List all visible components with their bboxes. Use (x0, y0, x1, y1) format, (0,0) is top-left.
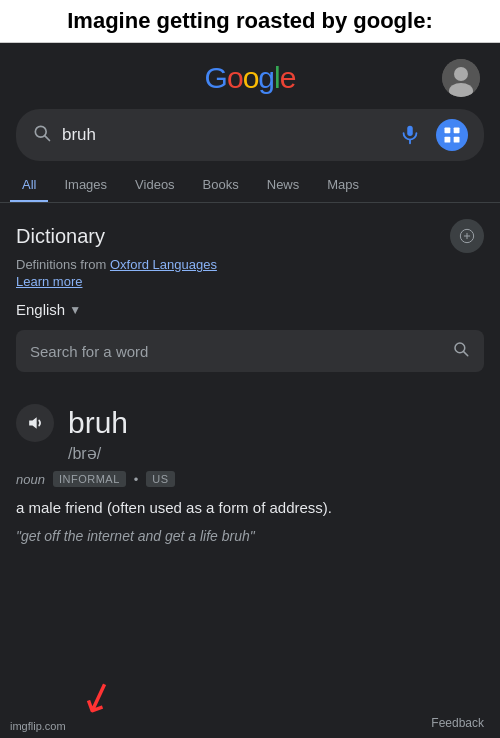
word-header: bruh (16, 404, 484, 442)
voice-icon[interactable] (394, 119, 426, 151)
learn-more-link[interactable]: Learn more (16, 274, 484, 289)
language-selector[interactable]: English ▼ (16, 301, 484, 318)
logo-e: e (280, 61, 296, 94)
svg-rect-5 (407, 126, 413, 136)
feedback-text[interactable]: Feedback (431, 716, 484, 730)
tab-videos[interactable]: Videos (123, 169, 187, 202)
search-bar-container: bruh (0, 105, 500, 169)
google-logo: Google (58, 61, 442, 95)
logo-o2: o (243, 61, 259, 94)
search-bar[interactable]: bruh (16, 109, 484, 161)
dict-icon-btn[interactable] (450, 219, 484, 253)
word-meta: noun INFORMAL • US (16, 471, 484, 487)
pronunciation: /brə/ (68, 444, 484, 463)
badge-separator: • (134, 472, 139, 487)
tab-all[interactable]: All (10, 169, 48, 202)
bottom-section: ↙ Feedback (0, 563, 500, 739)
definitions-from: Definitions from Oxford Languages (16, 257, 484, 272)
sound-icon[interactable] (16, 404, 54, 442)
svg-rect-9 (445, 137, 451, 143)
meme-title: Imagine getting roasted by google: (0, 0, 500, 43)
tab-maps[interactable]: Maps (315, 169, 371, 202)
word-search-placeholder: Search for a word (30, 343, 148, 360)
tab-books[interactable]: Books (191, 169, 251, 202)
word-search-container: Search for a word (16, 330, 484, 372)
word-definition: a male friend (often used as a form of a… (16, 497, 484, 520)
dictionary-section: Dictionary Definitions from Oxford Langu… (0, 203, 500, 396)
dictionary-title: Dictionary (16, 225, 105, 248)
google-header: Google (0, 43, 500, 105)
svg-rect-10 (454, 137, 460, 143)
word-badge-informal: INFORMAL (53, 471, 126, 487)
logo-o1: o (227, 61, 243, 94)
language-label: English (16, 301, 65, 318)
word-search-icon (452, 340, 470, 362)
meme-container: Imagine getting roasted by google: Googl… (0, 0, 500, 738)
svg-rect-8 (454, 128, 460, 134)
word-type: noun (16, 472, 45, 487)
source-link[interactable]: Oxford Languages (110, 257, 217, 272)
word-text: bruh (68, 406, 128, 440)
svg-line-12 (464, 352, 468, 356)
logo-g: G (205, 61, 227, 94)
tabs: All Images Videos Books News Maps (0, 169, 500, 203)
tab-news[interactable]: News (255, 169, 312, 202)
dictionary-header: Dictionary (16, 219, 484, 253)
tab-images[interactable]: Images (52, 169, 119, 202)
word-entry: bruh /brə/ noun INFORMAL • US a male fri… (0, 396, 500, 563)
word-badge-us: US (146, 471, 174, 487)
svg-rect-7 (445, 128, 451, 134)
chevron-down-icon: ▼ (69, 303, 81, 317)
avatar[interactable] (442, 59, 480, 97)
svg-point-1 (454, 67, 468, 81)
search-query: bruh (62, 125, 384, 145)
word-search-input[interactable]: Search for a word (16, 330, 484, 372)
arrow-indicator: ↙ (74, 671, 121, 722)
svg-line-4 (45, 135, 50, 140)
word-example: "get off the internet and get a life bru… (16, 526, 484, 547)
svg-marker-13 (29, 417, 37, 429)
logo-g2: g (258, 61, 274, 94)
lens-icon[interactable] (436, 119, 468, 151)
google-screenshot: Google bruh (0, 43, 500, 738)
search-icon (32, 123, 52, 148)
imgflip-watermark: imgflip.com (10, 720, 66, 732)
